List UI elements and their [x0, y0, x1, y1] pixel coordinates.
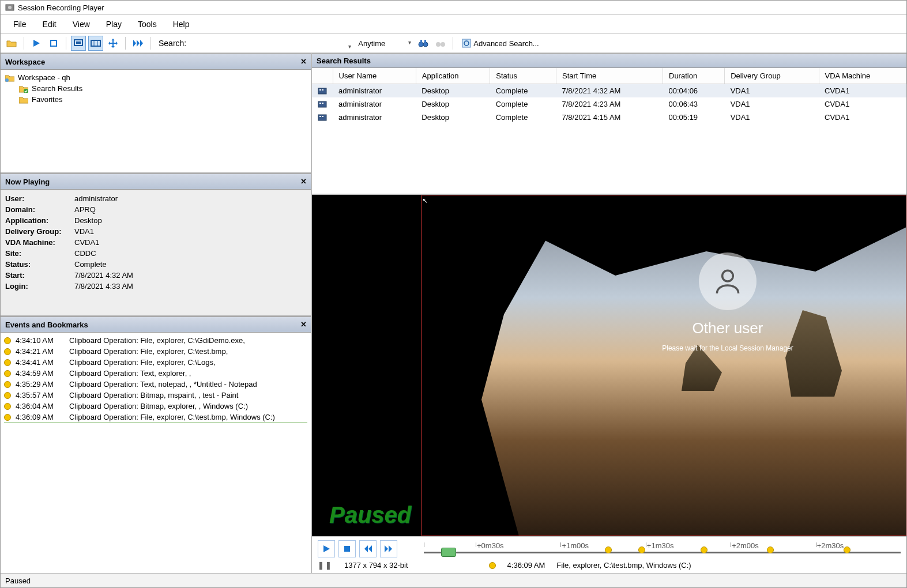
table-row[interactable]: administratorDesktopComplete7/8/2021 4:2… [312, 97, 906, 111]
now-playing-row: Status:Complete [5, 259, 306, 270]
pc-rewind-button[interactable] [359, 540, 377, 557]
column-header[interactable]: Status [490, 68, 556, 84]
svg-rect-22 [319, 103, 321, 104]
column-header[interactable]: Delivery Group [725, 68, 819, 84]
workspace-search-results[interactable]: Search Results [3, 83, 308, 94]
open-button[interactable] [4, 36, 19, 51]
events-header: Events and Bookmarks × [1, 316, 311, 333]
toolbar: Search: Anytime Advanced Search... [1, 34, 906, 53]
search-results-panel: User NameApplicationStatusStart TimeDura… [312, 68, 906, 195]
now-playing-panel[interactable]: User:administratorDomain:APRQApplication… [1, 190, 311, 316]
now-playing-row: User:administrator [5, 193, 306, 204]
monitor2-button[interactable] [88, 36, 103, 51]
monitor1-button[interactable] [71, 36, 86, 51]
svg-rect-4 [76, 42, 81, 44]
now-playing-row: Site:CDDC [5, 248, 306, 259]
column-header[interactable]: Application [416, 68, 490, 84]
svg-rect-18 [318, 88, 326, 94]
event-row[interactable]: 4:34:59 AMClipboard Operation: Text, exp… [4, 368, 307, 379]
folder-check-icon [19, 85, 28, 93]
events-close-icon[interactable]: × [301, 319, 306, 330]
workspace-root[interactable]: Workspace - qh [3, 72, 308, 83]
event-marker-icon [489, 562, 496, 569]
search-results-header: Search Results [312, 54, 906, 68]
workspace-favorites[interactable]: Favorites [3, 94, 308, 105]
menu-edit[interactable]: Edit [35, 17, 65, 31]
pc-stop-button[interactable] [338, 540, 356, 557]
event-row[interactable]: 4:35:57 AMClipboard Operation: Bitmap, m… [4, 390, 307, 401]
search-label: Search: [159, 39, 186, 48]
binoculars-search-icon[interactable] [416, 36, 431, 51]
svg-rect-28 [344, 546, 350, 552]
now-playing-row: VDA Machine:CVDA1 [5, 237, 306, 248]
play-button[interactable] [29, 36, 44, 51]
svg-rect-11 [424, 40, 426, 43]
now-playing-row: Application:Desktop [5, 215, 306, 226]
titlebar: Session Recording Player [1, 1, 906, 15]
table-row[interactable]: administratorDesktopComplete7/8/2021 4:3… [312, 84, 906, 98]
skip-button[interactable] [130, 36, 145, 51]
column-header[interactable]: Duration [663, 68, 725, 84]
player-controls: +0m30s+1m00s+1m30s+2m00s+2m30s ❚❚ [312, 536, 906, 573]
search-input[interactable] [192, 42, 353, 44]
now-playing-row: Login:7/8/2021 4:33 AM [5, 281, 306, 292]
event-row[interactable]: 4:34:10 AMClipboard Operation: File, exp… [4, 335, 307, 346]
now-playing-row: Domain:APRQ [5, 204, 306, 215]
folder-link-icon [5, 74, 14, 82]
svg-rect-19 [319, 89, 321, 91]
column-header[interactable]: User Name [333, 68, 416, 84]
now-playing-row: Start:7/8/2021 4:32 AM [5, 270, 306, 281]
search-results-table: User NameApplicationStatusStart TimeDura… [312, 68, 906, 124]
table-row[interactable]: administratorDesktopComplete7/8/2021 4:1… [312, 111, 906, 124]
app-icon [5, 3, 14, 12]
events-list: 4:34:10 AMClipboard Operation: File, exp… [1, 333, 311, 573]
event-row[interactable]: 4:34:41 AMClipboard Operation: File, exp… [4, 357, 307, 368]
now-playing-header: Now Playing × [1, 174, 311, 190]
stop-button[interactable] [46, 36, 61, 51]
time-filter-dropdown[interactable]: Anytime [356, 38, 413, 49]
svg-rect-14 [462, 39, 471, 47]
statusbar: Paused [1, 573, 906, 587]
column-header[interactable]: VDA Machine [819, 68, 906, 84]
pc-forward-button[interactable] [380, 540, 397, 557]
workspace-close-icon[interactable]: × [301, 56, 306, 67]
svg-rect-5 [91, 40, 100, 46]
timeline[interactable]: +0m30s+1m00s+1m30s+2m00s+2m30s [424, 544, 901, 555]
app-window: Session Recording Player File Edit View … [0, 0, 907, 588]
now-playing-close-icon[interactable]: × [301, 176, 306, 187]
column-header[interactable]: Start Time [556, 68, 663, 84]
menu-view[interactable]: View [65, 17, 98, 31]
svg-rect-2 [51, 40, 57, 46]
svg-point-12 [436, 42, 441, 47]
resolution-label: 1377 x 794 x 32-bit [344, 561, 408, 570]
advanced-search-button[interactable]: Advanced Search... [458, 36, 543, 51]
timeline-markers [424, 546, 901, 556]
svg-rect-21 [318, 101, 326, 107]
menu-help[interactable]: Help [165, 17, 198, 31]
svg-point-8 [419, 42, 423, 47]
menu-tools[interactable]: Tools [130, 17, 165, 31]
workspace-tree: Workspace - qh Search Results Favorites [1, 70, 311, 174]
menu-file[interactable]: File [5, 17, 35, 31]
current-event-desc: File, explorer, C:\test.bmp, Windows (C:… [556, 561, 691, 570]
svg-rect-26 [322, 116, 323, 117]
pc-play-button[interactable] [318, 540, 335, 557]
event-row[interactable]: 4:34:21 AMClipboard Operation: File, exp… [4, 346, 307, 357]
window-title: Session Recording Player [18, 3, 104, 12]
event-row[interactable]: 4:35:29 AMClipboard Operation: Text, not… [4, 379, 307, 390]
paused-overlay: Paused [329, 502, 411, 528]
now-playing-row: Delivery Group:VDA1 [5, 226, 306, 237]
player-viewport[interactable]: Other user Please wait for the Local Ses… [312, 195, 906, 536]
move-button[interactable] [106, 36, 121, 51]
current-event-time: 4:36:09 AM [507, 561, 545, 570]
event-row[interactable]: 4:36:04 AMClipboard Operation: Bitmap, e… [4, 401, 307, 412]
menu-play[interactable]: Play [98, 17, 130, 31]
svg-rect-10 [420, 40, 422, 43]
event-row[interactable]: 4:36:09 AMClipboard Operation: File, exp… [4, 412, 307, 423]
pause-indicator-icon: ❚❚ [318, 561, 333, 570]
folder-icon [19, 96, 28, 104]
svg-point-16 [5, 78, 9, 82]
binoculars-disabled-icon [433, 36, 448, 51]
svg-rect-23 [322, 103, 323, 104]
svg-point-9 [423, 42, 428, 47]
